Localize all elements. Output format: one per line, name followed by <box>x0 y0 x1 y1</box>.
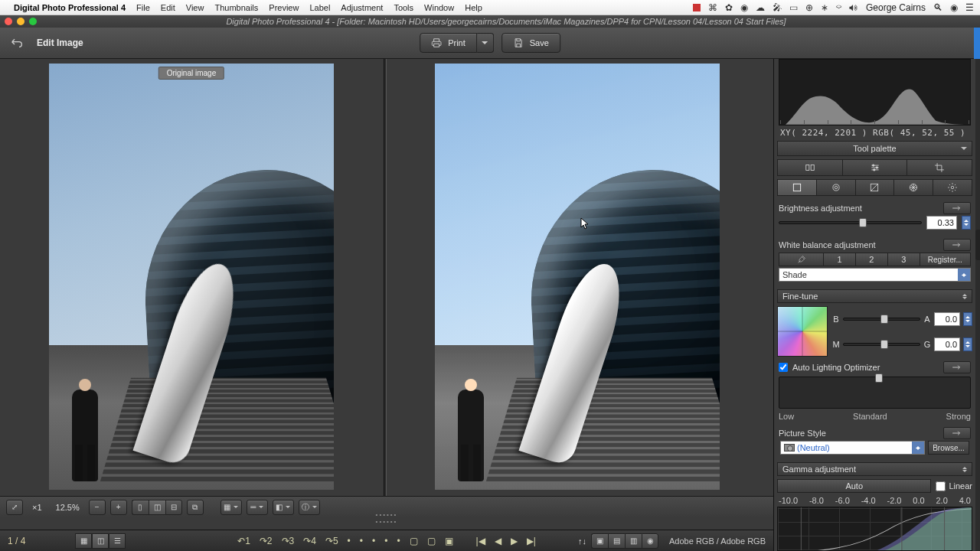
preview-edited[interactable] <box>435 64 720 490</box>
ps-browse[interactable]: Browse... <box>928 441 969 455</box>
tab-settings[interactable] <box>933 179 972 196</box>
brightness-value[interactable]: 0.33 <box>926 216 957 230</box>
alo-reset[interactable] <box>943 361 971 373</box>
hue-picker[interactable] <box>777 306 828 357</box>
app-name[interactable]: Digital Photo Professional 4 <box>14 3 126 12</box>
record-icon[interactable] <box>693 4 701 11</box>
split-divider[interactable] <box>384 59 387 517</box>
zoom-window-button[interactable] <box>29 18 37 25</box>
zoom-out-button[interactable]: − <box>89 500 106 515</box>
ft-g-stepper[interactable] <box>963 337 972 351</box>
zoom-in-button[interactable]: + <box>110 500 127 515</box>
mode-sliders[interactable] <box>843 159 908 176</box>
user-name[interactable]: George Cairns <box>866 2 926 13</box>
back-button[interactable] <box>8 34 24 51</box>
tray-icon[interactable]: ✿ <box>725 2 733 13</box>
panel-toggle-4[interactable]: ◉ <box>642 533 658 549</box>
wb-eyedropper[interactable] <box>779 253 824 266</box>
fit-button[interactable]: ⤢ <box>6 500 23 515</box>
menu-help[interactable]: Help <box>465 3 482 12</box>
tray-wifi-icon[interactable]: ⌔ <box>836 2 841 13</box>
compare-single[interactable]: ▯ <box>132 500 149 515</box>
tab-lens[interactable] <box>894 179 933 196</box>
nav-mark[interactable]: ↷5 <box>323 536 341 546</box>
compare-split-v[interactable]: ◫ <box>149 500 165 515</box>
nav-prev[interactable]: ◀ <box>492 536 504 546</box>
nav-box[interactable]: ▢ <box>407 536 420 546</box>
ft-g-value[interactable]: 0.0 <box>934 337 960 351</box>
nav-dot[interactable]: • <box>345 536 353 546</box>
nav-first[interactable]: |◀ <box>474 536 488 546</box>
siri-icon[interactable]: ◉ <box>950 2 958 13</box>
ps-combo[interactable]: (Neutral) <box>780 441 925 455</box>
menu-window[interactable]: Window <box>424 3 454 12</box>
menu-label[interactable]: Label <box>309 3 330 12</box>
nav-box[interactable]: ▢ <box>425 536 438 546</box>
save-button[interactable]: Save <box>501 33 560 53</box>
brightness-reset[interactable] <box>943 202 971 214</box>
print-dropdown[interactable] <box>477 33 494 53</box>
tray-icon[interactable]: ⊕ <box>805 2 813 13</box>
gamma-linear[interactable]: Linear <box>936 481 972 491</box>
tab-detail[interactable] <box>817 179 856 196</box>
close-window-button[interactable] <box>5 18 12 25</box>
panel-toggle-2[interactable]: ▤ <box>608 533 625 549</box>
wb-preset-1[interactable]: 1 <box>824 253 856 266</box>
tray-volume-icon[interactable]: 🔊︎ <box>849 2 858 13</box>
wb-reset[interactable] <box>943 239 971 251</box>
tray-display-icon[interactable]: ▭ <box>789 2 798 13</box>
wb-register[interactable]: Register... <box>920 253 971 266</box>
ft-m-slider[interactable] <box>843 343 920 346</box>
ft-a-value[interactable]: 0.0 <box>934 312 960 326</box>
drag-handle-icon[interactable]: •••••••••••• <box>376 511 398 525</box>
nav-dot[interactable]: • <box>394 536 402 546</box>
histogram[interactable] <box>779 59 971 126</box>
tray-mic-icon[interactable]: 🎤︎ <box>773 2 782 13</box>
brightness-stepper[interactable] <box>962 216 971 230</box>
tray-icon[interactable]: ⌘ <box>708 2 717 13</box>
nav-dot[interactable]: • <box>358 536 365 546</box>
view-list-button[interactable]: ☰ <box>109 533 126 549</box>
guides-dropdown[interactable]: ═ <box>247 500 268 515</box>
tab-tone[interactable] <box>856 179 895 196</box>
panel-collapse-grip[interactable] <box>975 230 980 260</box>
menu-thumbnails[interactable]: Thumbnails <box>214 3 258 12</box>
view-grid-button[interactable]: ▦ <box>75 533 92 549</box>
notification-center-icon[interactable]: ☰ <box>965 2 974 13</box>
compare-split-h[interactable]: ⊟ <box>165 500 182 515</box>
menu-view[interactable]: View <box>186 3 204 12</box>
menu-adjustment[interactable]: Adjustment <box>341 3 383 12</box>
panel-toggle-3[interactable]: ▥ <box>625 533 642 549</box>
spotlight-icon[interactable]: 🔍︎ <box>933 2 942 13</box>
sort-button[interactable]: ↑↓ <box>578 536 586 546</box>
nav-mark[interactable]: ↶1 <box>235 536 253 546</box>
ft-b-slider[interactable] <box>843 318 920 321</box>
brightness-slider[interactable] <box>779 221 922 224</box>
ps-reset[interactable] <box>943 427 971 439</box>
nav-mark[interactable]: ↷4 <box>301 536 318 546</box>
mode-crop[interactable] <box>907 159 972 176</box>
view-filmstrip-button[interactable]: ◫ <box>92 533 109 549</box>
wb-preset-2[interactable]: 2 <box>856 253 888 266</box>
print-button[interactable]: Print <box>420 33 494 53</box>
nav-mark[interactable]: ↷2 <box>257 536 275 546</box>
menu-file[interactable]: File <box>136 3 150 12</box>
wb-preset-3[interactable]: 3 <box>888 253 920 266</box>
nav-last[interactable]: ▶| <box>524 536 538 546</box>
wb-mode-combo[interactable]: Shade <box>779 268 971 282</box>
menu-preview[interactable]: Preview <box>269 3 299 12</box>
tray-camera-icon[interactable]: ◉ <box>740 2 748 13</box>
panel-toggle-1[interactable]: ▣ <box>591 533 608 549</box>
ft-a-stepper[interactable] <box>963 312 972 326</box>
alo-slider[interactable] <box>779 377 971 409</box>
compare-link[interactable]: ⧉ <box>187 500 204 515</box>
alo-checkbox[interactable] <box>779 363 788 372</box>
nav-box[interactable]: ▣ <box>443 536 456 546</box>
preview-original[interactable]: Original image <box>49 64 334 490</box>
tab-basic[interactable] <box>777 179 817 196</box>
finetune-header[interactable]: Fine-tune <box>777 289 972 303</box>
menu-edit[interactable]: Edit <box>161 3 175 12</box>
nav-dot[interactable]: • <box>382 536 390 546</box>
gamma-auto[interactable]: Auto <box>777 479 931 493</box>
mode-before-after[interactable] <box>777 159 843 176</box>
